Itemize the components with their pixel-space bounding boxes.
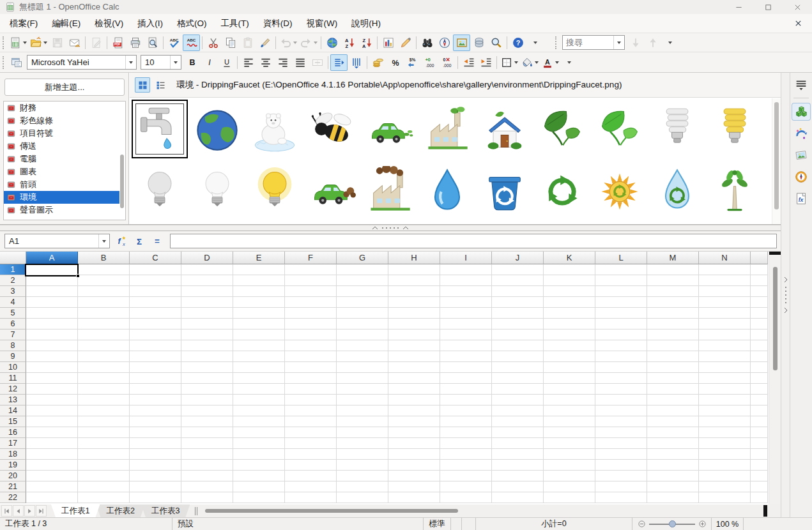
cell-B16[interactable]	[78, 427, 130, 438]
cell-L15[interactable]	[595, 416, 647, 427]
sum-button[interactable]: Σ	[131, 233, 148, 250]
cell-K3[interactable]	[544, 286, 595, 297]
cell-M2[interactable]	[647, 275, 699, 286]
search-text-field[interactable]	[563, 38, 613, 47]
gallery-item-eco-sun[interactable]	[592, 161, 648, 220]
auto-spellcheck-button[interactable]: ABC	[183, 34, 200, 51]
zoom-slider-track[interactable]	[649, 524, 695, 525]
column-header-N[interactable]: N	[699, 252, 751, 264]
text-direction-top-to-bottom-button[interactable]	[348, 54, 365, 71]
cell-G2[interactable]	[337, 275, 388, 286]
cell-H13[interactable]	[388, 395, 440, 405]
name-box-dropdown-arrow[interactable]	[98, 234, 109, 248]
row-header-1[interactable]: 1	[0, 264, 26, 275]
row-header-21[interactable]: 21	[0, 481, 26, 492]
cell-M9[interactable]	[647, 351, 699, 362]
cell-N14[interactable]	[699, 405, 751, 416]
vertical-scrollbar-thumb[interactable]	[773, 267, 778, 370]
cell-G15[interactable]	[337, 416, 388, 427]
cell-J18[interactable]	[492, 449, 544, 460]
cell-F4[interactable]	[285, 297, 337, 308]
cell-N16[interactable]	[699, 427, 751, 438]
cell-H3[interactable]	[388, 286, 440, 297]
cell-H20[interactable]	[388, 471, 440, 481]
cell-E8[interactable]	[233, 340, 285, 351]
cell-H9[interactable]	[388, 351, 440, 362]
cell-D12[interactable]	[181, 384, 233, 395]
format-paintbrush-button[interactable]	[256, 34, 273, 51]
cell-G1[interactable]	[337, 264, 388, 275]
cell-I3[interactable]	[440, 286, 492, 297]
cell-I12[interactable]	[440, 384, 492, 395]
cell-G7[interactable]	[337, 329, 388, 340]
sheet-tab-工作表3[interactable]: 工作表3	[141, 504, 190, 517]
cell-I7[interactable]	[440, 329, 492, 340]
export-as-pdf-button[interactable]: PDF	[109, 34, 126, 51]
cell-B17[interactable]	[78, 438, 130, 449]
hyperlink-button[interactable]	[323, 34, 341, 51]
styles-and-formatting-button[interactable]	[8, 54, 25, 71]
cell-J3[interactable]	[492, 286, 544, 297]
cell-I16[interactable]	[440, 427, 492, 438]
cell-D7[interactable]	[181, 329, 233, 340]
cell-A6[interactable]	[26, 319, 78, 329]
cell-I21[interactable]	[440, 481, 492, 492]
cell-B19[interactable]	[78, 460, 130, 471]
copy-button[interactable]	[222, 34, 239, 51]
vertical-split-box[interactable]	[769, 252, 781, 255]
cell-C6[interactable]	[130, 319, 181, 329]
cell-E2[interactable]	[233, 275, 285, 286]
row-header-11[interactable]: 11	[0, 373, 26, 384]
cell-I13[interactable]	[440, 395, 492, 405]
maximize-button[interactable]	[753, 0, 783, 14]
cell-N17[interactable]	[699, 438, 751, 449]
cell-L2[interactable]	[595, 275, 647, 286]
sheet-nav-first-button[interactable]	[1, 505, 12, 517]
cell-G21[interactable]	[337, 481, 388, 492]
cell-E4[interactable]	[233, 297, 285, 308]
cell-I6[interactable]	[440, 319, 492, 329]
column-header-I[interactable]: I	[440, 252, 492, 264]
column-header-A[interactable]: A	[26, 252, 78, 264]
cell-E12[interactable]	[233, 384, 285, 395]
cell-G16[interactable]	[337, 427, 388, 438]
cell-K6[interactable]	[544, 319, 595, 329]
gallery-theme-bullets[interactable]: 項目符號	[4, 127, 119, 140]
cell-M17[interactable]	[647, 438, 699, 449]
cell-N15[interactable]	[699, 416, 751, 427]
cell-D11[interactable]	[181, 373, 233, 384]
gallery-item-drop-recycle[interactable]	[649, 161, 705, 220]
cell-F15[interactable]	[285, 416, 337, 427]
cell-C16[interactable]	[130, 427, 181, 438]
cell-G9[interactable]	[337, 351, 388, 362]
cell-H16[interactable]	[388, 427, 440, 438]
cell-I9[interactable]	[440, 351, 492, 362]
cell-K20[interactable]	[544, 471, 595, 481]
row-header-22[interactable]: 22	[0, 492, 26, 503]
cell-B3[interactable]	[78, 286, 130, 297]
cell-D6[interactable]	[181, 319, 233, 329]
cell-K2[interactable]	[544, 275, 595, 286]
gallery-item-polar-bear[interactable]	[247, 100, 303, 158]
cell-I10[interactable]	[440, 362, 492, 373]
sheet-nav-next-button[interactable]	[24, 505, 35, 517]
cell-G3[interactable]	[337, 286, 388, 297]
cell-F8[interactable]	[285, 340, 337, 351]
gallery-scrollbar-thumb[interactable]	[774, 102, 779, 209]
cell-L20[interactable]	[595, 471, 647, 481]
cell-G19[interactable]	[337, 460, 388, 471]
cell-C19[interactable]	[130, 460, 181, 471]
cell-F11[interactable]	[285, 373, 337, 384]
cell-I20[interactable]	[440, 471, 492, 481]
row-header-6[interactable]: 6	[0, 319, 26, 329]
row-header-7[interactable]: 7	[0, 329, 26, 340]
cell-N21[interactable]	[699, 481, 751, 492]
column-header-D[interactable]: D	[181, 252, 233, 264]
sheet-tab-工作表1[interactable]: 工作表1	[51, 504, 100, 517]
cell-H2[interactable]	[388, 275, 440, 286]
cell-B7[interactable]	[78, 329, 130, 340]
cell-C22[interactable]	[130, 492, 181, 503]
icon-view-button[interactable]	[135, 77, 150, 93]
cell-J4[interactable]	[492, 297, 544, 308]
cell-E19[interactable]	[233, 460, 285, 471]
